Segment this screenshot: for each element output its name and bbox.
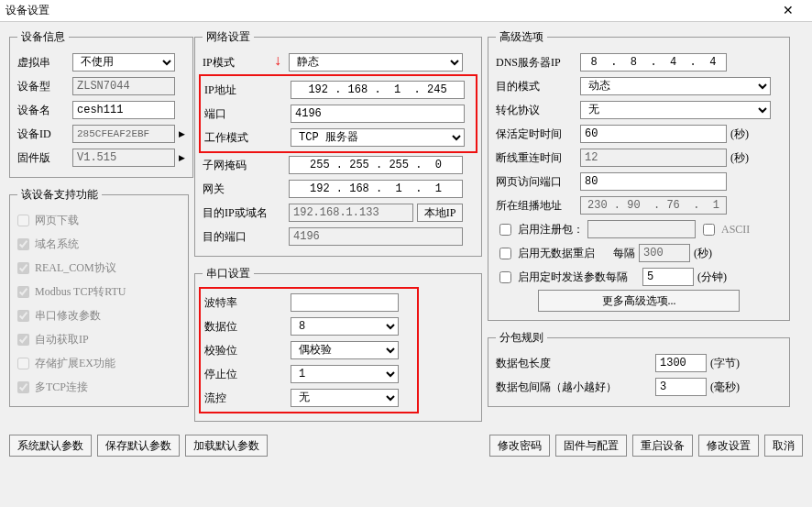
device-info-legend: 设备信息 <box>17 29 69 45</box>
feature-checkbox <box>17 262 29 274</box>
feature-checkbox <box>17 286 29 298</box>
dns-field[interactable] <box>580 53 727 72</box>
network-group: 网络设置 IP模式 ↓ 静态 IP地址 端口 工作模式 TCP 服务器 <box>194 29 482 257</box>
ip-mode-label: IP模式 <box>203 55 285 71</box>
virtual-serial-label: 虚拟串 <box>17 55 69 71</box>
dest-mode-select[interactable]: 动态 <box>580 77 771 95</box>
feature-item: 网页下载 <box>17 208 181 232</box>
packet-group: 分包规则 数据包长度 (字节) 数据包间隔（越小越好） (毫秒) <box>488 330 790 407</box>
highlight-box-serial: 波特率 9600 数据位 8 校验位 偶校验 停止位 1 流控 无 <box>199 287 419 413</box>
cancel-button[interactable]: 取消 <box>764 435 803 457</box>
port-field[interactable] <box>291 105 465 123</box>
device-name-label: 设备名 <box>17 103 69 118</box>
local-ip-button[interactable]: 本地IP <box>417 204 463 222</box>
packet-len-label: 数据包长度 <box>496 356 652 371</box>
parity-select[interactable]: 偶校验 <box>291 341 399 359</box>
modify-button[interactable]: 修改设置 <box>698 435 759 457</box>
ascii-checkbox[interactable] <box>703 224 715 236</box>
feature-checkbox <box>17 381 29 393</box>
packet-interval-label: 数据包间隔（越小越好） <box>496 380 652 395</box>
dns-label: DNS服务器IP <box>496 55 576 71</box>
device-id-label: 设备ID <box>17 127 69 142</box>
timed-send-field[interactable] <box>642 268 694 286</box>
packet-len-unit: (字节) <box>710 356 747 371</box>
flow-select[interactable]: 无 <box>291 389 399 407</box>
multicast-field[interactable] <box>580 196 727 215</box>
feature-item: 自动获取IP <box>17 327 181 351</box>
web-port-label: 网页访问端口 <box>496 174 576 190</box>
arrow-down-icon: ↓ <box>274 52 281 69</box>
baud-select[interactable]: 9600 <box>291 293 399 312</box>
feature-item: 存储扩展EX功能 <box>17 351 181 375</box>
parity-label: 校验位 <box>204 343 287 358</box>
subnet-field[interactable] <box>289 156 463 174</box>
dest-mode-label: 目的模式 <box>496 79 576 94</box>
features-list: 网页下载 域名系统 REAL_COM协议 Modbus TCP转RTU 串口修改… <box>17 208 181 399</box>
change-pwd-button[interactable]: 修改密码 <box>489 435 550 457</box>
dest-port-field[interactable] <box>289 227 463 246</box>
multicast-label: 所在组播地址 <box>496 198 576 214</box>
reg-pkt-field[interactable] <box>587 220 696 238</box>
timed-send-checkbox[interactable] <box>499 271 511 283</box>
window-title: 设备设置 <box>5 3 49 18</box>
advanced-group: 高级选项 DNS服务器IP 目的模式 动态 转化协议 无 保活定时时间 (秒) … <box>488 29 790 321</box>
reg-pkt-label: 启用注册包： <box>518 222 584 237</box>
trans-proto-select[interactable]: 无 <box>580 101 771 119</box>
titlebar: 设备设置 ✕ <box>0 0 812 22</box>
firmware-field <box>72 149 175 167</box>
close-icon[interactable]: ✕ <box>770 1 807 21</box>
restart-button[interactable]: 重启设备 <box>632 435 693 457</box>
device-id-overflow-icon[interactable]: ▶ <box>179 129 185 138</box>
reconnect-label: 断线重连时间 <box>496 150 576 166</box>
stop-bits-select[interactable]: 1 <box>291 365 399 383</box>
reconnect-field[interactable] <box>580 149 727 167</box>
device-type-label: 设备型 <box>17 79 69 94</box>
port-label: 端口 <box>204 106 287 122</box>
dest-ip-field[interactable] <box>289 204 413 222</box>
dest-ip-label: 目的IP或域名 <box>203 205 285 221</box>
feature-item: 多TCP连接 <box>17 375 181 399</box>
packet-interval-field[interactable] <box>655 378 707 396</box>
gateway-field[interactable] <box>289 180 463 198</box>
load-default-button[interactable]: 加载默认参数 <box>185 435 268 457</box>
reg-pkt-checkbox[interactable] <box>499 224 511 236</box>
highlight-box-network: IP地址 端口 工作模式 TCP 服务器 <box>199 74 477 153</box>
nodata-restart-checkbox[interactable] <box>499 248 511 259</box>
trans-proto-label: 转化协议 <box>496 103 576 118</box>
more-advanced-button[interactable]: 更多高级选项... <box>538 290 740 312</box>
flow-label: 流控 <box>204 391 287 406</box>
work-mode-select[interactable]: TCP 服务器 <box>291 128 465 147</box>
data-bits-select[interactable]: 8 <box>291 317 399 336</box>
web-port-field[interactable] <box>580 172 727 191</box>
feature-item: REAL_COM协议 <box>17 256 181 280</box>
features-legend: 该设备支持功能 <box>17 187 102 203</box>
timed-unit: (分钟) <box>697 270 734 285</box>
feature-checkbox <box>17 215 29 226</box>
save-default-button[interactable]: 保存默认参数 <box>97 435 180 457</box>
virtual-serial-select[interactable]: 不使用 <box>72 53 175 72</box>
bottom-bar: 系统默认参数 保存默认参数 加载默认参数 修改密码 固件与配置 重启设备 修改设… <box>0 431 812 460</box>
feature-checkbox <box>17 310 29 322</box>
keepalive-field[interactable] <box>580 125 727 143</box>
feature-checkbox <box>17 358 29 369</box>
subnet-label: 子网掩码 <box>203 158 285 173</box>
ip-mode-select[interactable]: 静态 <box>289 53 463 72</box>
feature-item: Modbus TCP转RTU <box>17 280 181 303</box>
sys-default-button[interactable]: 系统默认参数 <box>9 435 92 457</box>
ascii-label: ASCII <box>721 223 750 237</box>
ip-addr-field[interactable] <box>291 81 465 99</box>
packet-len-field[interactable] <box>655 354 707 372</box>
stop-bits-label: 停止位 <box>204 367 287 382</box>
device-name-field[interactable] <box>72 101 175 119</box>
nodata-interval-field[interactable] <box>639 244 690 262</box>
reconnect-unit: (秒) <box>730 150 767 166</box>
timed-send-label: 启用定时发送参数每隔 <box>518 270 639 285</box>
feature-checkbox <box>17 238 29 250</box>
network-legend: 网络设置 <box>203 29 254 45</box>
ip-addr-label: IP地址 <box>204 83 287 98</box>
firmware-cfg-button[interactable]: 固件与配置 <box>555 435 627 457</box>
firmware-overflow-icon[interactable]: ▶ <box>179 153 185 162</box>
feature-checkbox <box>17 334 29 346</box>
nodata-unit: (秒) <box>694 246 730 261</box>
nodata-restart-label: 启用无数据重启 <box>518 246 609 261</box>
